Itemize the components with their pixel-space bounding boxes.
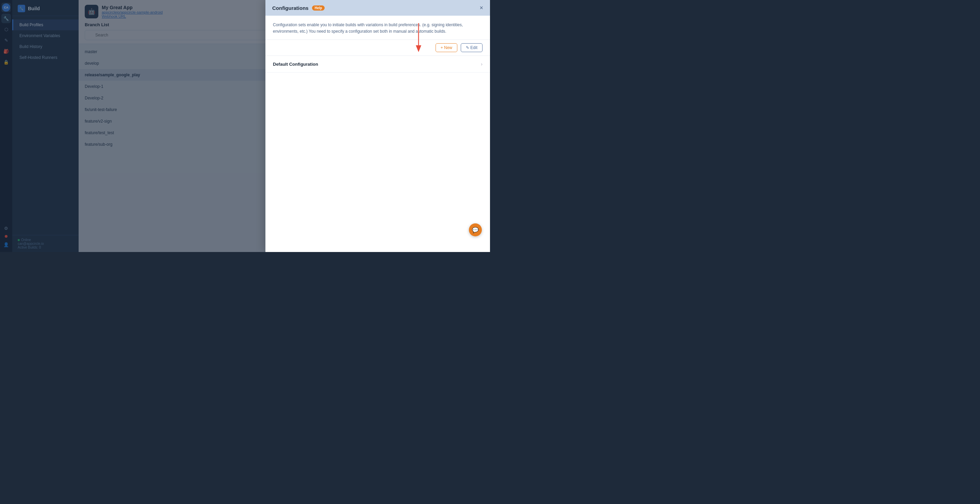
config-item-name: Default Configuration — [273, 62, 318, 67]
modal-actions: + New ✎ Edit — [266, 40, 490, 56]
modal-description: Configuration sets enable you to initiat… — [266, 16, 490, 40]
modal-close-button[interactable]: × — [479, 5, 483, 11]
config-list: Default Configuration › — [266, 56, 490, 73]
config-list-item-default[interactable]: Default Configuration › — [266, 56, 490, 73]
modal-title: Configurations — [272, 5, 309, 11]
chat-button[interactable]: 💬 — [469, 223, 482, 236]
modal-header-left: Configurations Help — [272, 5, 325, 11]
modal-header: Configurations Help × — [266, 0, 490, 16]
modal-overlay: Configurations Help × Configuration sets… — [0, 0, 490, 252]
app-shell: CA 🔧 ⬡ ✎ 🎒 🔒 ⚙ 👤 🔧 Build Build Profiles … — [0, 0, 490, 252]
edit-config-button[interactable]: ✎ Edit — [461, 43, 482, 52]
help-badge[interactable]: Help — [312, 5, 325, 11]
new-config-button[interactable]: + New — [436, 43, 457, 52]
config-item-arrow-icon: › — [481, 61, 482, 67]
modal-body: Configuration sets enable you to initiat… — [266, 16, 490, 252]
configurations-modal: Configurations Help × Configuration sets… — [266, 0, 490, 252]
